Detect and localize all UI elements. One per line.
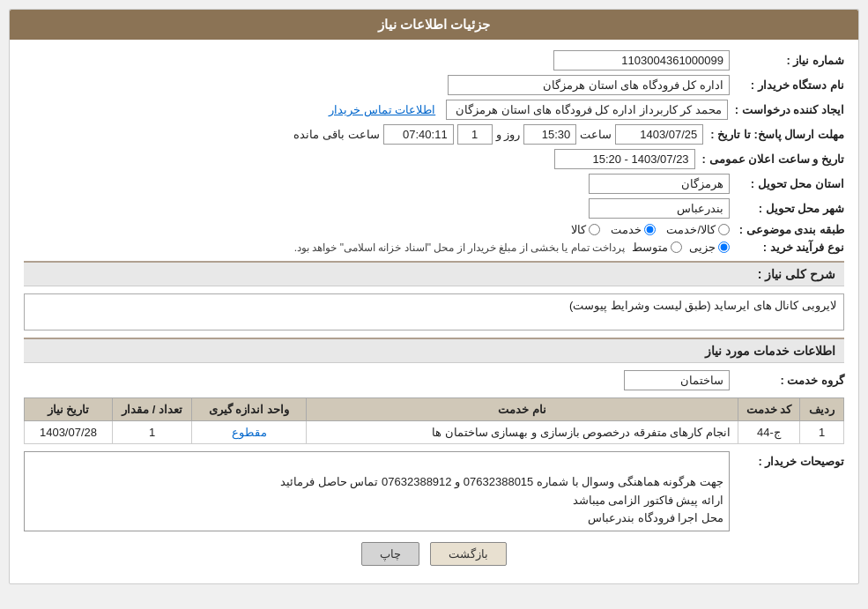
radio-jozii-input[interactable] [718,241,730,253]
radio-khadamat[interactable]: خدمت [611,223,656,236]
mohlat-roz-label: روز و [496,128,521,141]
noue-farayand-value: جزیی متوسط پرداخت تمام یا بخشی از مبلغ خ… [24,241,730,254]
tarikh-row: تاریخ و ساعت اعلان عمومی : 1403/07/23 - … [24,149,844,169]
ijad-konande-label: ایجاد کننده درخواست : [728,103,844,116]
print-button[interactable]: چاپ [361,542,419,566]
gorohe-value: ساختمان [24,370,730,390]
cell-vahed: مقطوع [192,421,307,444]
ostan-label: استان محل تحویل : [730,177,844,190]
nam-dastgah-label: نام دستگاه خریدار : [730,78,844,92]
noue-farayand-row: نوع فرآیند خرید : جزیی متوسط پرداخت تمام… [24,241,844,254]
tarikh-value: 1403/07/23 - 15:20 [24,149,695,169]
radio-kala-label: کالا [571,223,586,236]
card-header: جزئیات اطلاعات نیاز [10,10,858,40]
cell-tarikh: 1403/07/28 [25,421,113,444]
nam-dastgah-row: نام دستگاه خریدار : اداره کل فرودگاه های… [24,75,844,95]
radio-jozii[interactable]: جزیی [689,241,730,254]
sharh-section-title: شرح کلی نیاز : [24,261,844,286]
shahr-value: بندرعباس [24,198,730,219]
khadamat-section-title: اطلاعات خدمات مورد نیاز [24,338,844,363]
radio-motovaset[interactable]: متوسط [632,241,682,254]
radio-kala-khadamat-input[interactable] [718,224,730,235]
mohlat-value: 1403/07/25 ساعت 15:30 روز و 1 07:40:11 س… [24,124,703,145]
mohlat-row: مهلت ارسال پاسخ: تا تاریخ : 1403/07/25 س… [24,124,844,145]
mohlat-roz-box: 1 [457,124,493,145]
tamas-khardar-link[interactable]: اطلاعات تماس خریدار [329,103,435,116]
shahr-label: شهر محل تحویل : [730,202,844,215]
tarikh-box: 1403/07/23 - 15:20 [554,149,695,169]
back-button[interactable]: بازگشت [430,542,507,566]
mohlat-label: مهلت ارسال پاسخ: تا تاریخ : [703,128,844,141]
nam-dastgah-value: اداره کل فرودگاه های استان هرمزگان [24,75,730,95]
col-vahed: واحد اندازه گیری [192,398,307,421]
ostan-row: استان محل تحویل : هرمزگان [24,174,844,194]
radio-khadamat-label: خدمت [611,223,642,236]
page-container: جزئیات اطلاعات نیاز شماره نیاز : 1103004… [0,0,868,609]
tabaqe-label: طبقه بندی موضوعی : [730,223,844,236]
shomara-niaz-row: شماره نیاز : 1103004361000099 [24,50,844,71]
col-kod: کد خدمت [738,398,800,421]
page-title: جزئیات اطلاعات نیاز [378,17,490,32]
noue-payam-text: پرداخت تمام یا بخشی از مبلغ خریدار از مح… [294,241,625,254]
radio-kala-khadamat-label: کالا/خدمت [666,223,716,236]
mohlat-saat-label: ساعت [580,128,612,141]
shomara-niaz-value: 1103004361000099 [24,50,730,71]
shahr-row: شهر محل تحویل : بندرعباس [24,198,844,219]
tabaqe-value: کالا/خدمت خدمت کالا [24,223,730,236]
ijad-konande-value: محمد کر کاربرداز اداره کل فرودگاه های اس… [24,100,728,120]
col-nam: نام خدمت [307,398,738,421]
radio-kala[interactable]: کالا [571,223,600,236]
cell-nam: انجام کارهای متفرقه درخصوص بازسازی و بهس… [307,421,738,444]
gorohe-label: گروه خدمت : [730,374,844,387]
shahr-box: بندرعباس [589,198,730,219]
cell-radif: 1 [800,421,844,444]
tarikh-label: تاریخ و ساعت اعلان عمومی : [695,152,844,166]
button-row: بازگشت چاپ [24,542,844,566]
sharh-value-box: لایروبی کانال های ایرساید (طبق لیست وشرا… [24,293,844,330]
radio-kala-input[interactable] [589,224,600,235]
khadamat-section-title-text: اطلاعات خدمات مورد نیاز [705,344,835,358]
nam-dastgah-box: اداره کل فرودگاه های استان هرمزگان [448,75,730,95]
tousif-label: توصیحات خریدار : [730,455,844,468]
col-tedad: تعداد / مقدار [113,398,192,421]
radio-jozii-label: جزیی [689,241,716,254]
card-body: شماره نیاز : 1103004361000099 نام دستگاه… [10,40,858,583]
ostan-box: هرمزگان [589,174,730,194]
shomara-niaz-box: 1103004361000099 [553,50,730,71]
col-tarikh: تاریخ نیاز [25,398,113,421]
ostan-value: هرمزگان [24,174,730,194]
services-table: ردیف کد خدمت نام خدمت واحد اندازه گیری ت [24,397,844,444]
tousif-box: جهت هرگونه هماهنگی وسوال با شماره 076323… [24,451,730,531]
gorohe-box: ساختمان [624,370,730,390]
ijad-konande-row: ایجاد کننده درخواست : محمد کر کاربرداز ا… [24,100,844,120]
radio-kala-khadamat[interactable]: کالا/خدمت [666,223,730,236]
mohlat-saat-box: 15:30 [523,124,576,145]
mohlat-date-box: 1403/07/25 [615,124,703,145]
tousif-row: توصیحات خریدار : جهت هرگونه هماهنگی وسوا… [24,451,844,531]
mohlat-baqi-box: 07:40:11 [383,124,454,145]
radio-khadamat-input[interactable] [644,224,656,235]
ijad-konande-box: محمد کر کاربرداز اداره کل فرودگاه های اس… [446,100,728,120]
radio-motovaset-input[interactable] [671,241,682,253]
radio-motovaset-label: متوسط [632,241,668,254]
tabaqe-row: طبقه بندی موضوعی : کالا/خدمت خدمت [24,223,844,236]
main-card: جزئیات اطلاعات نیاز شماره نیاز : 1103004… [9,9,859,584]
sharh-label: شرح کلی نیاز : [758,267,835,281]
sharh-value-row: لایروبی کانال های ایرساید (طبق لیست وشرا… [24,293,844,330]
gorohe-row: گروه خدمت : ساختمان [24,370,844,390]
cell-tedad: 1 [113,421,192,444]
col-radif: ردیف [800,398,844,421]
table-row: 1 ج-44 انجام کارهای متفرقه درخصوص بازساز… [25,421,844,444]
noue-farayand-label: نوع فرآیند خرید : [730,241,844,254]
mohlat-baqi-label: ساعت باقی مانده [293,128,379,141]
tousif-value: جهت هرگونه هماهنگی وسوال با شماره 076323… [24,451,730,531]
cell-kod: ج-44 [738,421,800,444]
shomara-niaz-label: شماره نیاز : [730,54,844,67]
